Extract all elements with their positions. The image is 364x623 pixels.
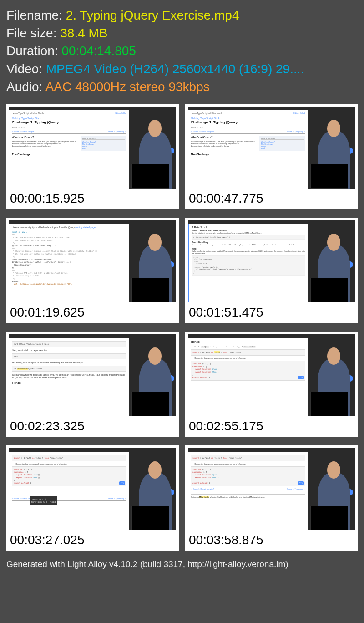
footer-text: Generated with Light Alloy v4.10.2 (buil… [6,559,358,569]
code-line: url: 'https://jsonplaceholder.typicode.c… [12,283,126,286]
toc-item: Hints [82,148,125,150]
try-button: Try [298,376,304,379]
series-title: Making TypeScript Stick [191,117,305,120]
toc-box: Table of Contents What's a jQuery? The C… [81,136,126,151]
video-value: MPEG4 Video (H264) 2560x1440 (16:9) 29..… [46,62,304,76]
duration-label: Duration: [6,44,61,58]
tooltip-line: function $(): void [31,500,56,504]
timestamp-label: 00:02:23.325 [9,416,176,434]
hints-title: Hints [191,340,305,344]
code-block: function $() { } namespace $ { export fu… [12,466,126,486]
section-heading: What's a jQuery? [12,136,79,139]
code-block: function $() { } namespace $ { export fu… [191,361,305,381]
thumbnail-card[interactable]: Learn TypeScript w/ Mike NorthEdit on Gi… [185,104,358,209]
github-link: Edit on GitHub [293,112,305,114]
nav-next-link: Game 2: Typepardy → [108,130,126,133]
command-block: curl https://get.volta.sh | bash [12,341,126,347]
file-info-panel: Filename: 2. Typing jQuery Exercise.mp4 … [6,6,358,96]
setup-text: Next, let's install our dependencies [12,349,126,352]
try-button: Try [298,481,304,485]
setup-text: and finally, let's navigate to the folde… [12,361,126,364]
code-block: import { default as fetch } from "node-f… [191,349,305,356]
thumbnail-image: Learn TypeScript w/ Mike NorthEdit on Gi… [188,107,355,189]
thumbnail-image: import { default as fetch } from "node-f… [9,448,176,530]
duration-value: 00:04:14.805 [61,44,136,58]
breadcrumb: Learn TypeScript w/ Mike North [191,112,222,115]
audio-label: Audio: [6,80,46,94]
filename-label: Filename: [6,8,66,22]
hints-bullet: • Remember that we can stack a namespace… [15,463,126,465]
nav-next-link: Game 2: Typepardy → [287,130,305,133]
nav-prev-link: ← Game 1: Does it compile? [191,488,214,490]
thumbnail-card[interactable]: A Brief Look DOM Traversal and Manipulat… [185,218,358,323]
doc-text: Show the #banner-message element that is… [192,244,305,246]
nav-next-link: Game 2: Typepardy → [108,497,126,500]
page-title: Challenge 2: Typing jQuery [191,120,305,124]
toc-item: Hints [261,148,304,150]
filename-value: 2. Typing jQuery Exercise.mp4 [66,8,239,22]
thumbnail-card[interactable]: import { default as fetch } from "node-f… [6,445,179,551]
page-date: March 22, 2022 [12,126,126,128]
thumbnail-image: curl https://get.volta.sh | bash Next, l… [9,334,176,416]
doc-text: Get the <button> element with the class … [192,232,305,234]
timestamp-label: 00:00:47.775 [188,189,355,207]
series-title: Making TypeScript Stick [12,117,126,120]
intro-text: Here are some slightly modified code sni… [12,226,76,229]
toc-header: Table of Contents [261,137,304,140]
thumbnail-card[interactable]: import { default as fetch } from "node-f… [185,445,358,551]
nav-prev-link: ← Game 1: Does it compile? [191,130,214,133]
doc-code-block: $.ajax({ url: "/api/getWeather", data: {… [192,255,305,276]
code-block: import { default as fetch } from "node-f… [191,455,305,461]
thumbnail-card[interactable]: Hints • For the $.ajax function, make su… [185,332,358,437]
thumbnail-card[interactable]: curl https://get.volta.sh | bash Next, l… [6,332,179,437]
code-block: function $() { } namespace $ { export fu… [191,466,305,486]
doc-heading: A Brief Look [192,226,305,229]
body-paragraph: Back in the age of inconsistent DOM APIs… [12,140,76,147]
section-heading: Hints [12,381,126,385]
thumbnail-image: import { default as fetch } from "node-f… [188,448,355,530]
command-block: cd challenges/jquery-clone [12,366,126,372]
breadcrumb: Learn TypeScript w/ Mike North [12,112,44,115]
setup-text: You can now run the test suite to see if… [12,373,126,379]
thumbnail-grid: Learn TypeScript w/ Mike NorthEdit on Gi… [6,104,358,551]
page-date: March 22, 2022 [191,126,305,128]
intellisense-tooltip: namespace $ function $(): void [30,496,57,505]
thumbnail-card[interactable]: Here are some slightly modified code sni… [6,218,179,323]
github-link: Edit on GitHub [115,112,126,114]
toc-box: Table of Contents What's a jQuery? The C… [259,136,305,151]
filesize-label: File size: [6,26,60,40]
timestamp-label: 00:01:51.475 [188,302,355,321]
hints-bullet: • Remember that we can stack a namespace… [193,463,305,465]
timestamp-label: 00:03:58.875 [188,530,355,548]
toc-header: Table of Contents [82,137,125,140]
hints-bullet: • For the $.ajax function, make sure to … [193,346,305,348]
nav-prev-link: ← Game 1: Does it compile? [12,130,35,133]
page-title: Challenge 2: Typing jQuery [12,120,126,124]
timestamp-label: 00:02:55.175 [188,416,355,434]
author-line: Written by Mike North, a Senior Staff En… [191,494,305,498]
video-label: Video: [6,62,46,76]
doc-code-block: $( "button.continue" ).html( "Next Step.… [192,235,305,240]
intro-link: getting started page [76,226,96,229]
command-block: yarn [12,353,126,359]
timestamp-label: 00:03:27.025 [9,530,176,548]
section-heading: The Challenge [191,153,305,156]
filesize-value: 38.4 MB [60,26,107,40]
doc-text: Call a local script on the server /api/g… [192,250,305,255]
audio-value: AAC 48000Hz stereo 93kbps [46,80,210,94]
nav-next-link: Game 2: Typepardy → [287,488,305,490]
try-button: Try [119,481,125,485]
thumbnail-card[interactable]: Learn TypeScript w/ Mike NorthEdit on Gi… [6,104,179,209]
thumbnail-image: A Brief Look DOM Traversal and Manipulat… [188,220,355,302]
thumbnail-image: Hints • For the $.ajax function, make su… [188,334,355,416]
hints-bullet: • Remember that we can stack a namespace… [193,357,305,359]
code-block: import { default as fetch } from "node-f… [12,455,126,461]
body-paragraph: Back in the age of inconsistent DOM APIs… [191,140,255,147]
thumbnail-image: Here are some slightly modified code sni… [9,220,176,302]
timestamp-label: 00:01:19.625 [9,302,176,321]
section-heading: The Challenge [12,153,126,156]
thumbnail-image: Learn TypeScript w/ Mike NorthEdit on Gi… [9,107,176,189]
timestamp-label: 00:00:15.925 [9,189,176,207]
section-heading: What's a jQuery? [191,136,258,139]
